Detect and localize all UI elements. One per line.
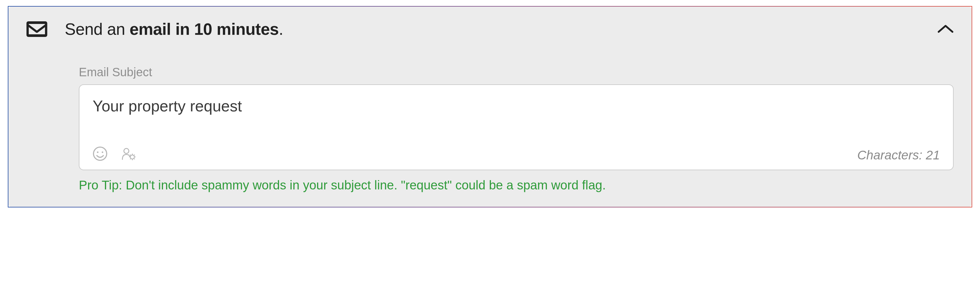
collapse-toggle[interactable] — [937, 24, 954, 34]
title-bold: email in 10 minutes — [129, 20, 279, 38]
smiley-icon — [92, 146, 108, 161]
pro-tip-text: Pro Tip: Don't include spammy words in y… — [79, 178, 954, 192]
title-suffix: . — [279, 20, 283, 38]
user-gear-icon — [121, 146, 136, 161]
envelope-icon — [26, 21, 47, 37]
subject-label: Email Subject — [79, 66, 954, 79]
svg-line-10 — [134, 158, 134, 159]
email-step-card: Send an email in 10 minutes. Email Subje… — [8, 6, 972, 208]
character-counter: Characters: 21 — [858, 148, 940, 162]
subject-input[interactable]: Your property request — [92, 97, 940, 133]
subject-toolbar: Characters: 21 — [92, 146, 940, 162]
card-body: Email Subject Your property request — [26, 39, 954, 192]
svg-point-2 — [102, 151, 103, 153]
personalize-button[interactable] — [121, 146, 136, 162]
svg-line-9 — [130, 155, 131, 155]
svg-point-1 — [97, 151, 98, 153]
subject-input-container: Your property request — [79, 84, 954, 170]
emoji-picker-button[interactable] — [92, 146, 108, 162]
svg-line-11 — [134, 155, 134, 155]
svg-point-0 — [94, 147, 107, 160]
card-header[interactable]: Send an email in 10 minutes. — [26, 19, 954, 39]
svg-line-12 — [130, 158, 131, 159]
card-title: Send an email in 10 minutes. — [65, 19, 920, 39]
svg-point-3 — [124, 149, 129, 154]
chevron-up-icon — [937, 24, 954, 34]
title-prefix: Send an — [65, 20, 129, 38]
